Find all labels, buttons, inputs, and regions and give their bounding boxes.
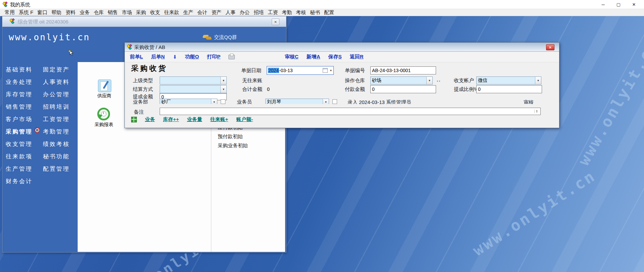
toolbar-link-新增[interactable]: 新增A [307, 54, 320, 60]
dropdown-arrow-icon[interactable]: ▼ [426, 77, 432, 84]
purchase-report-shortcut-label[interactable]: 采购报表 [95, 122, 113, 128]
sidebar-column-1: 基础资料业务处理库存管理销售管理客户市场采购管理收支管理往来款项生产管理财务会计 [6, 63, 33, 187]
clipped-form-row: 业务部 砂厂 ▼ 业务员 刘月琴 ▼ 录入 2024-03-13 系统管理员 审… [125, 98, 559, 104]
dropdown-arrow-icon[interactable]: ▼ [535, 77, 541, 84]
pay-amount-input[interactable]: 0 [370, 85, 436, 93]
warehouse-combo[interactable]: 砂场 ▼ [370, 76, 433, 85]
menu-item-收支[interactable]: 收支 [148, 9, 162, 16]
sidebar-item-考勤管理[interactable]: 考勤管理 [43, 125, 70, 138]
menu-item-会计[interactable]: 会计 [195, 9, 209, 16]
init-menu-list: 应付款初始预付款初始采购业务初始 [218, 124, 248, 152]
sidebar-item-秘书功能[interactable]: 秘书功能 [43, 150, 70, 163]
menu-item-考勤[interactable]: 考勤 [280, 9, 294, 16]
printer-icon[interactable] [228, 55, 235, 59]
menu-item-窗口[interactable]: 窗口 [35, 9, 49, 16]
menu-item-业务[interactable]: 业务 [77, 9, 92, 16]
settle-method-combo[interactable]: ▼ [160, 85, 227, 93]
sidebar-item-生产管理[interactable]: 生产管理 [6, 163, 33, 175]
menu-item-仓库[interactable]: 仓库 [92, 9, 106, 16]
mdi-close-button[interactable]: ✕ [272, 18, 279, 25]
toolbar-link-功能[interactable]: 功能O [185, 54, 199, 60]
menu-item-资产[interactable]: 资产 [209, 9, 223, 16]
business-dept-checkbox[interactable] [221, 99, 225, 104]
business-dept-combo[interactable]: 砂厂 ▼ [160, 99, 217, 104]
sidebar-item-固定资产[interactable]: 固定资产 [43, 63, 70, 76]
sidebar-item-财务会计[interactable]: 财务会计 [6, 175, 33, 187]
calendar-icon[interactable] [322, 66, 328, 74]
tab-库存++[interactable]: 库存++ [163, 116, 179, 123]
minimize-button[interactable]: ─ [596, 0, 610, 9]
menu-item-工资[interactable]: 工资 [266, 9, 280, 16]
sidebar-item-库存管理[interactable]: 库存管理 [6, 88, 33, 101]
sidebar-item-工资管理[interactable]: 工资管理 [43, 113, 70, 125]
remark-input[interactable]: ▲▼ [160, 108, 541, 115]
menu-item-帮助[interactable]: 帮助 [49, 9, 63, 16]
doc-date-label: 单据日期 [241, 67, 261, 74]
menu-item-销售[interactable]: 销售 [106, 9, 120, 16]
tab-业务[interactable]: 业务 [145, 116, 155, 123]
sidebar-item-人事资料[interactable]: 人事资料 [43, 76, 70, 88]
supplier-icon[interactable] [98, 79, 111, 92]
menu-item-系统 F[interactable]: 系统 F [17, 9, 35, 16]
close-button[interactable]: ✕ [627, 0, 641, 9]
business-person-combo[interactable]: 刘月琴 ▼ [265, 99, 329, 104]
menu-item-办公[interactable]: 办公 [237, 9, 252, 16]
doc-no-input[interactable]: AB-24-03-13-0001 [370, 66, 436, 74]
menu-item-采购[interactable]: 采购 [134, 9, 148, 16]
dropdown-arrow-icon[interactable]: ▼ [323, 99, 329, 104]
purchase-report-icon[interactable] [97, 108, 110, 120]
sidebar-item-往来款项[interactable]: 往来款项 [6, 150, 33, 163]
date-dropdown-arrow-icon[interactable]: ▼ [328, 66, 333, 74]
remark-spinner[interactable]: ▲▼ [534, 110, 539, 113]
menu-item-人事[interactable]: 人事 [223, 9, 237, 16]
total-amount-label: 合计金额 [242, 86, 262, 93]
doc-date-field[interactable]: 2024-03-13 ▼ [267, 66, 334, 75]
sidebar-item-办公管理[interactable]: 办公管理 [43, 88, 70, 101]
sidebar-item-采购管理[interactable]: 采购管理 [6, 125, 33, 138]
toolbar-link-保存[interactable]: 保存S [328, 54, 342, 60]
toolbar-link-前单[interactable]: 前单L [130, 54, 143, 60]
qq-group-link[interactable]: 交流QQ群 [203, 34, 237, 41]
handshake-icon [203, 35, 212, 40]
sidebar-item-业务处理[interactable]: 业务处理 [6, 76, 33, 88]
init-item-采购业务初始[interactable]: 采购业务初始 [218, 143, 248, 152]
menu-item-生产[interactable]: 生产 [181, 9, 195, 16]
menu-item-招培[interactable]: 招培 [252, 9, 266, 16]
menu-item-配置[interactable]: 配置 [322, 9, 336, 16]
menu-item-常用[interactable]: 常用 [3, 9, 17, 16]
account-combo[interactable]: 微信 ▼ [476, 76, 541, 85]
business-person-checkbox[interactable] [332, 99, 337, 104]
menu-item-往来款[interactable]: 往来款 [162, 9, 181, 16]
menu-item-考核[interactable]: 考核 [294, 9, 308, 16]
supplier-shortcut-label[interactable]: 供应商 [97, 93, 111, 99]
dialog-close-button[interactable]: ✕ [546, 44, 554, 50]
commission-rate-input[interactable]: 0 [476, 85, 542, 93]
toolbar-link-审核[interactable]: 审核C [285, 54, 299, 60]
sidebar-item-收支管理[interactable]: 收支管理 [6, 138, 33, 150]
menu-item-资料[interactable]: 资料 [63, 9, 77, 16]
toolbar-link-后单[interactable]: 后单N [151, 54, 165, 60]
maximize-button[interactable]: ▢ [611, 0, 626, 9]
tab-账户额-[interactable]: 账户额- [236, 116, 253, 123]
dropdown-arrow-icon[interactable]: ▼ [220, 86, 226, 93]
dropdown-arrow-icon[interactable]: ▼ [220, 77, 226, 84]
toolbar-link-返回[interactable]: 返回R [350, 54, 364, 60]
parent-type-combo[interactable]: ▼ [160, 76, 227, 85]
sidebar-item-绩效考核[interactable]: 绩效考核 [43, 138, 70, 150]
tab-往来账+[interactable]: 往来账+ [210, 116, 228, 123]
dropdown-arrow-icon[interactable]: ▼ [211, 99, 217, 104]
total-amount-value: 0 [267, 87, 270, 92]
sidebar-item-配置管理[interactable]: 配置管理 [43, 163, 70, 175]
sidebar-item-招聘培训[interactable]: 招聘培训 [43, 101, 70, 113]
sidebar-item-基础资料[interactable]: 基础资料 [6, 63, 33, 76]
menu-item-秘书[interactable]: 秘书 [308, 9, 322, 16]
init-item-预付款初始[interactable]: 预付款初始 [218, 133, 248, 143]
tab-业务量[interactable]: 业务量 [187, 116, 202, 123]
mdi-titlebar: 综合管理 oit 20240306 ✕ [2, 16, 286, 27]
menu-item-市场[interactable]: 市场 [120, 9, 134, 16]
toolbar-link-打印[interactable]: 打印P [207, 54, 220, 60]
sidebar-item-客户市场[interactable]: 客户市场 [6, 113, 33, 125]
browse-dots-button[interactable]: .. [437, 77, 441, 83]
sidebar-item-销售管理[interactable]: 销售管理 [6, 101, 33, 113]
remark-label: 备注 [134, 109, 144, 115]
